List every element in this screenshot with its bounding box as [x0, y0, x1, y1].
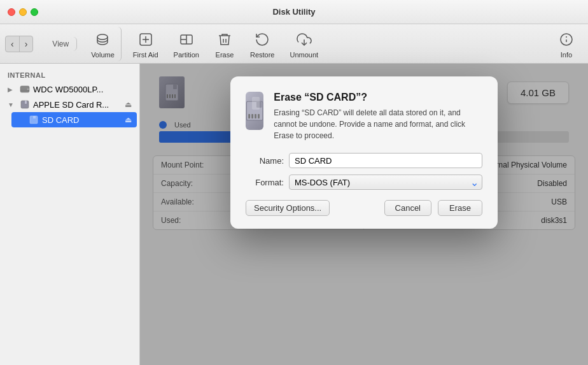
- svg-rect-28: [248, 114, 250, 118]
- name-input[interactable]: [289, 153, 482, 168]
- titlebar: Disk Utility: [0, 0, 588, 24]
- unmount-group[interactable]: Unmount: [283, 27, 325, 61]
- svg-point-14: [27, 89, 29, 90]
- unmount-label: Unmount: [290, 51, 318, 59]
- view-group[interactable]: View: [46, 37, 77, 51]
- volume-group[interactable]: Volume: [85, 27, 122, 61]
- modal-sd-icon: [246, 92, 263, 130]
- sidebar-item-apple-sd-label: APPLE SD Card R...: [33, 100, 122, 110]
- partition-group[interactable]: Partition: [167, 27, 206, 61]
- erase-group[interactable]: Erase: [208, 27, 241, 61]
- minimize-button[interactable]: [19, 8, 27, 16]
- partition-label: Partition: [174, 51, 199, 59]
- format-select-wrapper: MS-DOS (FAT) ExFAT Mac OS Extended (Jour…: [289, 175, 482, 190]
- firstaid-label: First Aid: [133, 51, 158, 59]
- hdd-icon: [19, 83, 31, 95]
- format-select[interactable]: MS-DOS (FAT) ExFAT Mac OS Extended (Jour…: [289, 175, 482, 190]
- svg-rect-30: [255, 114, 256, 118]
- nav-forward-button[interactable]: ›: [20, 36, 33, 52]
- partition-icon: [176, 29, 197, 50]
- view-label: View: [52, 39, 69, 48]
- svg-rect-27: [256, 101, 262, 108]
- traffic-lights: [8, 8, 38, 16]
- sidebar-item-wdc-label: WDC WD5000LP...: [33, 85, 132, 94]
- svg-rect-17: [25, 101, 27, 104]
- security-options-button[interactable]: Security Options...: [246, 200, 330, 216]
- erase-modal: Erase “SD CARD”? Erasing “SD CARD” will …: [230, 76, 498, 229]
- sidebar-item-apple-sd[interactable]: ▼ APPLE SD Card R... ⏏: [3, 97, 137, 112]
- chevron-right-icon: ▶: [8, 86, 17, 93]
- restore-icon: [252, 29, 272, 50]
- svg-rect-19: [33, 116, 36, 118]
- sd-eject-icon[interactable]: ⏏: [125, 115, 132, 124]
- restore-label: Restore: [250, 51, 275, 59]
- modal-buttons: Security Options... Cancel Erase: [246, 200, 482, 216]
- close-button[interactable]: [8, 8, 15, 16]
- svg-point-0: [97, 34, 108, 39]
- info-icon: [556, 29, 577, 50]
- maximize-button[interactable]: [31, 8, 38, 16]
- cancel-button[interactable]: Cancel: [384, 200, 431, 216]
- name-row: Name:: [246, 153, 482, 168]
- sidebar-item-sd-card[interactable]: SD CARD ⏏: [11, 112, 137, 127]
- window-title: Disk Utility: [272, 7, 315, 17]
- sidebar: Internal ▶ WDC WD5000LP... ▼ A: [0, 64, 140, 365]
- svg-rect-29: [251, 114, 253, 118]
- content-area: 4.01 GB Used Mount Point: /Volumes/SD CA…: [140, 64, 588, 365]
- modal-title-area: Erase “SD CARD”? Erasing “SD CARD” will …: [274, 92, 482, 141]
- unmount-icon: [294, 29, 314, 50]
- firstaid-icon: [136, 29, 156, 50]
- sd-reader-icon: [19, 99, 31, 110]
- sd-volume-icon: [28, 114, 39, 125]
- info-group[interactable]: Info: [550, 27, 583, 61]
- format-label: Format:: [246, 178, 284, 187]
- erase-label: Erase: [216, 51, 234, 59]
- nav-back-button[interactable]: ‹: [6, 36, 20, 52]
- modal-description: Erasing “SD CARD” will delete all data s…: [274, 107, 482, 141]
- modal-overlay: Erase “SD CARD”? Erasing “SD CARD” will …: [140, 64, 588, 365]
- sidebar-item-sd-card-label: SD CARD: [42, 115, 122, 125]
- chevron-down-icon: ▼: [8, 101, 17, 108]
- modal-header: Erase “SD CARD”? Erasing “SD CARD” will …: [246, 92, 482, 141]
- toolbar: ‹ › View Volume First Aid: [0, 24, 588, 64]
- volume-icon: [92, 29, 113, 50]
- volume-label: Volume: [91, 51, 115, 59]
- name-label: Name:: [246, 156, 284, 166]
- view-nav[interactable]: ‹ ›: [5, 36, 33, 52]
- erase-icon: [214, 29, 235, 50]
- main-area: Internal ▶ WDC WD5000LP... ▼ A: [0, 64, 588, 365]
- erase-button[interactable]: Erase: [438, 200, 482, 216]
- format-row: Format: MS-DOS (FAT) ExFAT Mac OS Extend…: [246, 175, 482, 190]
- modal-form: Name: Format: MS-DOS (FAT) ExFAT Mac OS …: [246, 153, 482, 190]
- modal-title: Erase “SD CARD”?: [274, 92, 482, 103]
- svg-rect-31: [258, 114, 260, 118]
- info-label: Info: [561, 51, 572, 59]
- sidebar-item-wdc[interactable]: ▶ WDC WD5000LP...: [3, 82, 137, 97]
- restore-group[interactable]: Restore: [244, 27, 281, 61]
- sidebar-section-internal: Internal: [0, 69, 139, 82]
- firstaid-group[interactable]: First Aid: [127, 27, 165, 61]
- eject-icon[interactable]: ⏏: [125, 100, 132, 109]
